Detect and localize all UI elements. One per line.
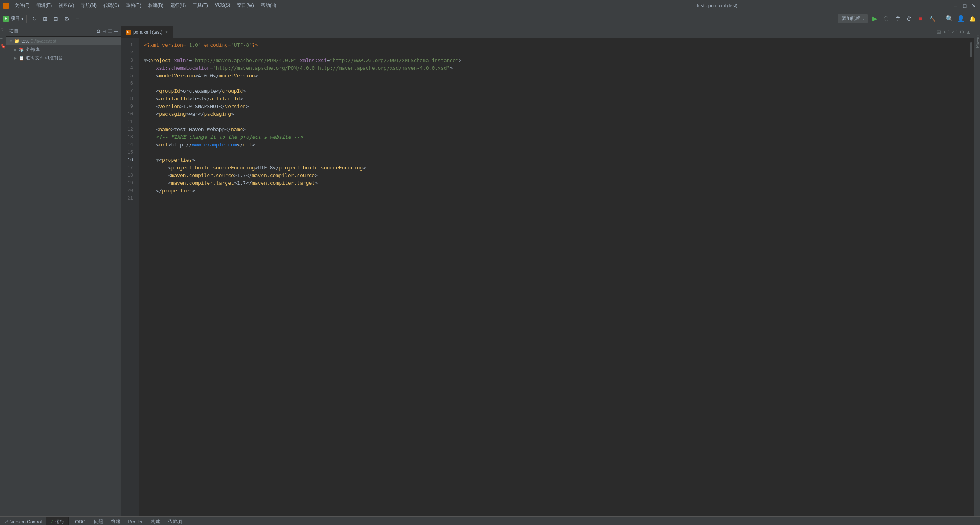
run-button[interactable]: ▶ <box>870 14 879 23</box>
scroll-thumb <box>970 42 972 57</box>
ln-6: 6 <box>121 80 136 87</box>
menu-window[interactable]: 窗口(W) <box>234 2 257 10</box>
pom-tab-label: pom.xml (test) <box>133 30 162 35</box>
debug-button[interactable]: ⬡ <box>882 14 891 23</box>
fold-3: ▼ <box>144 57 147 63</box>
window-title: test - pom.xml (test) <box>482 3 953 8</box>
sidebar-project-icon[interactable]: P <box>0 28 6 34</box>
titlebar: 文件(F) 编辑(E) 视图(V) 导航(N) 代码(C) 重构(B) 构建(B… <box>0 0 980 11</box>
collapse-button[interactable]: ⊟ <box>51 14 61 23</box>
editor-tab-pom[interactable]: M pom.xml (test) ✕ <box>121 26 173 38</box>
run-check-icon: ✓ <box>50 519 54 525</box>
tab-run[interactable]: ✓ 运行 <box>46 517 69 525</box>
vc-label: Version Control <box>10 519 42 525</box>
tab-terminal[interactable]: 终端 <box>107 517 124 525</box>
settings-gear-button[interactable]: ⚙ <box>62 14 71 23</box>
tab-todo[interactable]: TODO <box>69 517 90 525</box>
tree-item-test[interactable]: ▼ 📁 test D:/javaee/test <box>6 37 121 45</box>
profile-button[interactable]: ⏱ <box>905 14 914 23</box>
ln-9: 9 <box>121 103 136 110</box>
ln-1: 1 <box>121 41 136 49</box>
account-button[interactable]: 👤 <box>956 14 965 23</box>
editor-settings-icon[interactable]: ⚙ <box>960 29 964 35</box>
menu-file[interactable]: 文件(F) <box>11 2 33 10</box>
sync-button[interactable]: ↻ <box>30 14 39 23</box>
panel-collapse-icon[interactable]: ⊟ <box>102 28 106 34</box>
tree-item-scratch[interactable]: ▶ 📋 临时文件和控制台 <box>6 54 121 62</box>
notifications-button[interactable]: 🔔 <box>968 14 977 23</box>
ln-20: 20 <box>121 187 136 195</box>
tab-version-control[interactable]: ⎇ Version Control <box>0 517 46 525</box>
menu-bar: 文件(F) 编辑(E) 视图(V) 导航(N) 代码(C) 重构(B) 构建(B… <box>11 2 482 10</box>
panel-settings-icon[interactable]: ☰ <box>108 28 113 34</box>
editor-scrollbar[interactable] <box>969 38 974 516</box>
bottom-panel: ⎇ Version Control ✓ 运行 TODO 问题 终端 Profil… <box>0 516 980 525</box>
main-area: P ≡ 🔖 项目 ⚙ ⊟ ☰ ─ ▼ 📁 test D:/javaee/test… <box>0 26 980 516</box>
menu-view[interactable]: 视图(V) <box>56 2 77 10</box>
ln-3: 3 <box>121 57 136 64</box>
editor-tabs: M pom.xml (test) ✕ ⊞ ▲ 1 ✓ 1 ⚙ ▲ <box>121 26 974 38</box>
tree-item-external-libs[interactable]: ▶ 📚 外部库 <box>6 45 121 54</box>
ln-8: 8 <box>121 95 136 103</box>
coverage-button[interactable]: ☂ <box>893 14 902 23</box>
code-editor[interactable]: 1 2 3 4 5 6 7 8 9 10 11 12 13 14 15 16 1… <box>121 38 974 516</box>
code-line-12: <name>test Maven Webapp</name> <box>144 126 964 133</box>
menu-navigate[interactable]: 导航(N) <box>78 2 100 10</box>
project-selector[interactable]: P 项目 ▾ <box>3 15 23 22</box>
close-button[interactable]: ✕ <box>971 3 977 9</box>
ln-11: 11 <box>121 118 136 126</box>
expand-arrow-extlibs: ▶ <box>14 48 18 52</box>
code-line-4: xsi:schemaLocation="http://maven.apache.… <box>144 64 964 72</box>
minimize-button[interactable]: ─ <box>952 3 959 9</box>
pom-tab-close-icon[interactable]: ✕ <box>165 30 169 35</box>
problems-label: 问题 <box>94 518 103 525</box>
expand-arrow-test: ▼ <box>9 39 14 43</box>
sidebar-bookmarks-icon[interactable]: 🔖 <box>0 44 6 49</box>
project-dropdown-icon[interactable]: ▾ <box>21 16 23 21</box>
tab-deps[interactable]: 依赖项 <box>164 517 186 525</box>
menu-help[interactable]: 帮助(H) <box>258 2 280 10</box>
recent-files-icon[interactable]: ⊞ <box>937 29 941 35</box>
stop-button[interactable]: ■ <box>916 14 925 23</box>
maximize-button[interactable]: □ <box>962 3 968 9</box>
search-button[interactable]: 🔍 <box>945 14 954 23</box>
build-button[interactable]: 🔨 <box>928 14 937 23</box>
menu-refactor[interactable]: 重构(B) <box>123 2 144 10</box>
ln-21: 21 <box>121 195 136 202</box>
maven-label[interactable]: Maven <box>975 35 980 48</box>
tab-profiler[interactable]: Profiler <box>124 517 147 525</box>
menu-build[interactable]: 构建(B) <box>145 2 167 10</box>
code-line-3: ▼<project xmlns="http://maven.apache.org… <box>144 57 964 64</box>
tab-build[interactable]: 构建 <box>147 517 164 525</box>
code-line-7: <groupId>org.example</groupId> <box>144 87 964 95</box>
editor-tabs-right: ⊞ ▲ 1 ✓ 1 ⚙ ▲ <box>937 29 974 35</box>
menu-vcs[interactable]: VCS(S) <box>212 2 234 10</box>
toolbar: P 项目 ▾ ↻ ⊞ ⊟ ⚙ − 添加配置... ▶ ⬡ ☂ ⏱ ■ 🔨 🔍 👤… <box>0 11 980 26</box>
terminal-label: 终端 <box>111 518 120 525</box>
tree-button[interactable]: ⊞ <box>41 14 50 23</box>
menu-tools[interactable]: 工具(T) <box>190 2 211 10</box>
menu-code[interactable]: 代码(C) <box>100 2 122 10</box>
panel-sync-icon[interactable]: ⚙ <box>96 28 101 34</box>
toolbar-separator-1 <box>26 15 27 23</box>
project-panel-header: 项目 ⚙ ⊟ ☰ ─ <box>6 26 121 37</box>
ln-17: 17 <box>121 164 136 172</box>
menu-edit[interactable]: 编辑(E) <box>33 2 55 10</box>
editor-collapse-icon[interactable]: ▲ <box>966 29 971 35</box>
sidebar-structure-icon[interactable]: ≡ <box>0 36 6 41</box>
project-label: 项目 <box>11 15 20 22</box>
minus-button[interactable]: − <box>73 14 82 23</box>
menu-run[interactable]: 运行(U) <box>167 2 189 10</box>
toolbar-right: 添加配置... ▶ ⬡ ☂ ⏱ ■ 🔨 🔍 👤 🔔 <box>838 14 977 23</box>
code-line-1: <?xml version="1.0" encoding="UTF-8"?> <box>144 41 964 49</box>
window-controls: ─ □ ✕ <box>952 3 977 9</box>
external-libs-icon: 📚 <box>18 46 25 52</box>
expand-arrow-scratch: ▶ <box>14 56 18 60</box>
panel-close-icon[interactable]: ─ <box>114 28 118 34</box>
test-project-label: test <box>21 38 29 44</box>
code-content[interactable]: <?xml version="1.0" encoding="UTF-8"?> ▼… <box>139 38 969 516</box>
external-libs-label: 外部库 <box>26 46 40 53</box>
todo-label: TODO <box>72 519 85 525</box>
tab-problems[interactable]: 问题 <box>90 517 107 525</box>
add-config-button[interactable]: 添加配置... <box>838 14 868 23</box>
